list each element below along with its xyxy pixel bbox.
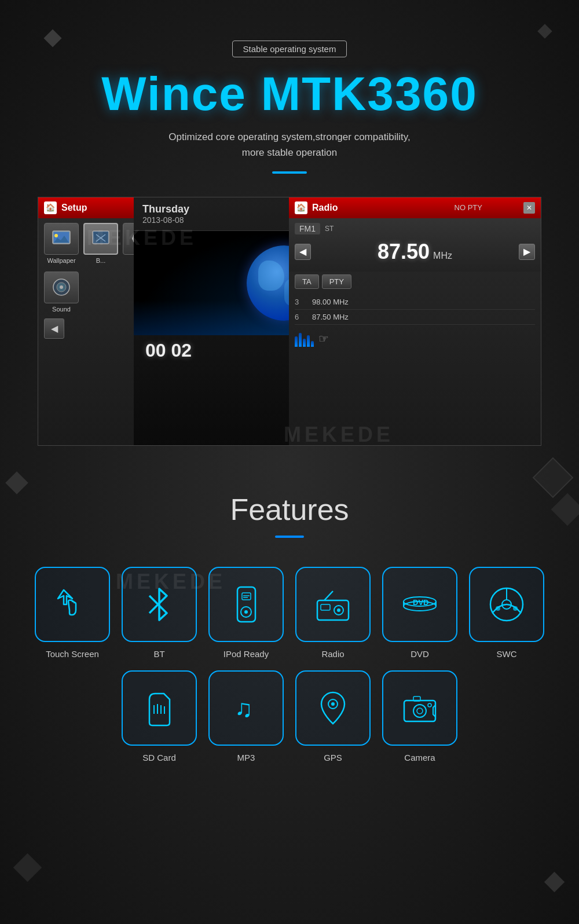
screenshot-area: 🏠 Setup ↩ Wallpaper <box>38 197 541 446</box>
preset-2-number: 6 <box>295 313 306 321</box>
sdcard-icon-box <box>122 670 197 746</box>
radio-fm-label: FM1 <box>295 223 320 234</box>
feature-swc: SWC <box>469 567 544 659</box>
radio-title: Radio <box>312 203 413 213</box>
camera-icon-box <box>382 670 457 746</box>
radio-close-button[interactable]: ✕ <box>523 202 535 214</box>
features-section: Features Touch Screen <box>0 446 579 786</box>
svg-point-63 <box>413 705 426 717</box>
sound-label: Sound <box>52 306 71 313</box>
radio-preset-1[interactable]: 3 98.00 MHz <box>295 295 535 310</box>
feature-gps: GPS <box>295 670 371 762</box>
svg-point-54 <box>513 606 518 611</box>
swc-icon-box <box>469 567 544 642</box>
svg-point-64 <box>417 708 423 714</box>
radio-label-feat: Radio <box>321 649 344 659</box>
radio-header-icon: 🏠 <box>295 201 307 214</box>
features-grid: Touch Screen BT <box>29 567 550 762</box>
feature-ipod: IPod Ready <box>208 567 284 659</box>
equalizer <box>295 331 314 347</box>
sdcard-label: SD Card <box>142 753 176 762</box>
radio-presets: 3 98.00 MHz 6 87.50 MHz <box>289 292 541 328</box>
radio-header: 🏠 Radio NO PTY ✕ <box>289 197 541 218</box>
swc-label: SWC <box>497 649 517 659</box>
radio-control-buttons: TA PTY <box>289 272 541 292</box>
feature-camera: Camera <box>382 670 457 762</box>
wallpaper-icon-box <box>44 223 79 255</box>
radio-panel: 🏠 Radio NO PTY ✕ FM1 ST ◀ 87.50 MHz ▶ <box>289 197 541 446</box>
dvd-label-feat: DVD <box>411 649 429 659</box>
subtitle: Optimized core operating system,stronger… <box>0 129 579 160</box>
stable-badge: Stable operating system <box>232 41 347 57</box>
gps-label: GPS <box>324 753 342 762</box>
svg-line-41 <box>324 591 333 600</box>
mp3-icon-box: ♫ <box>208 670 284 746</box>
svg-text:DVD: DVD <box>413 598 428 607</box>
radio-prev-button[interactable]: ◀ <box>295 244 311 260</box>
dvd-icon-box: DVD <box>382 567 457 642</box>
sound-icon-box <box>44 272 79 303</box>
preset-2-freq: 87.50 MHz <box>312 313 349 321</box>
ipod-label: IPod Ready <box>223 649 269 659</box>
svg-rect-37 <box>242 593 251 600</box>
svg-point-36 <box>244 610 248 614</box>
wallpaper-icon-item[interactable]: Wallpaper <box>44 223 79 264</box>
feature-dvd: DVD DVD <box>382 567 457 659</box>
svg-point-53 <box>496 606 500 611</box>
gps-icon-box <box>295 670 371 746</box>
radio-next-button[interactable]: ▶ <box>519 244 535 260</box>
preset-1-number: 3 <box>295 298 306 306</box>
hand-cursor-icon: ☞ <box>318 332 329 346</box>
features-underline <box>275 536 304 538</box>
mp3-label: MP3 <box>237 753 255 762</box>
svg-text:♫: ♫ <box>234 695 253 722</box>
panel-back-button[interactable]: ◀ <box>44 318 64 339</box>
wallpaper-label: Wallpaper <box>47 257 75 264</box>
title-underline <box>272 171 307 174</box>
svg-point-20 <box>60 285 63 289</box>
page-title: Wince MTK3360 <box>0 68 579 120</box>
features-title: Features <box>12 492 567 527</box>
radio-unit: MHz <box>433 251 452 261</box>
radio-display: FM1 ST ◀ 87.50 MHz ▶ <box>289 218 541 272</box>
svg-point-61 <box>331 702 335 706</box>
touch-screen-icon-box <box>35 567 110 642</box>
radio-pty-display: NO PTY <box>418 203 519 212</box>
ipod-icon-box <box>208 567 284 642</box>
bt-label-feat: BT <box>153 649 164 659</box>
bt-icon-box-feat <box>122 567 197 642</box>
svg-point-65 <box>428 703 431 707</box>
top-section: Stable operating system Wince MTK3360 Op… <box>0 0 579 197</box>
setup-header-icon: 🏠 <box>44 201 57 214</box>
feature-touch-screen: Touch Screen <box>35 567 110 659</box>
svg-point-3 <box>54 234 58 237</box>
feature-radio: Radio <box>295 567 371 659</box>
svg-rect-5 <box>94 232 108 243</box>
svg-point-43 <box>337 608 340 612</box>
svg-rect-44 <box>321 604 330 610</box>
radio-preset-2[interactable]: 6 87.50 MHz <box>295 310 535 325</box>
camera-label: Camera <box>404 753 435 762</box>
radio-icon-box <box>295 567 371 642</box>
feature-mp3: ♫ MP3 <box>208 670 284 762</box>
feature-sdcard: SD Card <box>122 670 197 762</box>
bt-label: B... <box>96 257 106 264</box>
feature-bt: BT <box>122 567 197 659</box>
bt-icon-item[interactable]: B... <box>83 223 118 264</box>
sound-icon-item[interactable]: Sound <box>44 272 79 313</box>
radio-st-label: ST <box>325 225 334 233</box>
radio-ta-button[interactable]: TA <box>295 274 319 289</box>
touch-screen-label: Touch Screen <box>46 649 99 659</box>
preset-1-freq: 98.00 MHz <box>312 298 349 306</box>
bt-icon-box <box>83 223 118 255</box>
radio-pty-button[interactable]: PTY <box>322 274 351 289</box>
radio-frequency: 87.50 <box>378 240 430 264</box>
